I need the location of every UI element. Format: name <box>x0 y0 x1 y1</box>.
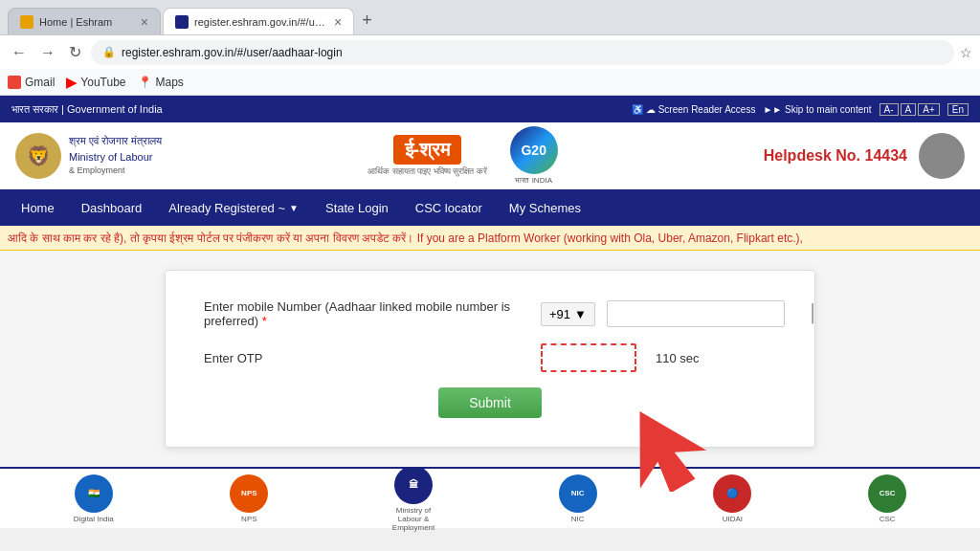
tab-bar: Home | Eshram × register.eshram.gov.in/#… <box>0 0 980 34</box>
otp-input[interactable] <box>541 343 636 372</box>
otp-row: Enter OTP 110 sec <box>204 343 776 372</box>
government-emblem: 🦁 <box>15 133 61 179</box>
country-code: +91 ▼ <box>541 302 595 326</box>
ministry-footer-text: Ministry of Labour & Employment <box>385 506 442 532</box>
otp-label: Enter OTP <box>204 351 529 365</box>
text-size-buttons: A- A A+ <box>880 103 940 116</box>
site-header: 🦁 श्रम एवं रोजगार मंत्रालय Ministry of L… <box>0 122 980 189</box>
g20-circle: G20 <box>510 126 558 174</box>
tab1-title: Home | Eshram <box>39 16 112 28</box>
bookmark-button[interactable]: ☆ <box>960 45 972 60</box>
eshram-name-text: ई-श्रम <box>405 139 451 160</box>
bookmark-gmail[interactable]: Gmail <box>8 76 55 89</box>
screen-reader-link[interactable]: ♿ ☁ Screen Reader Access <box>632 104 756 115</box>
bookmark-youtube[interactable]: ▶ YouTube <box>66 75 125 90</box>
tab2-title: register.eshram.gov.in/#/user... <box>194 16 328 28</box>
uidai-icon: 🔵 <box>713 474 751 513</box>
tab1-favicon <box>20 15 33 29</box>
govt-text: भारत सरकार | Government of India <box>11 103 163 116</box>
new-tab-button[interactable]: + <box>356 11 378 31</box>
skip-content-link[interactable]: ►► Skip to main content <box>763 104 871 115</box>
svg-marker-0 <box>607 396 716 492</box>
marquee-text: आदि के साथ काम कर रहे है), तो कृपया ईश्र… <box>8 231 803 245</box>
g20-tagline: भारत INDIA <box>515 176 552 186</box>
footer-logos: 🇮🇳 Digital India NPS NPS 🏛 Ministry of L… <box>0 467 980 528</box>
eshram-logo: ई-श्रम आर्थिक सहायता पाइए भविष्य सुरक्षि… <box>368 135 487 177</box>
text-size-normal[interactable]: A <box>901 103 917 116</box>
nav-home[interactable]: Home <box>8 189 68 226</box>
tab-1[interactable]: Home | Eshram × <box>8 8 161 34</box>
utility-right: ♿ ☁ Screen Reader Access ►► Skip to main… <box>632 103 969 116</box>
ministry-hindi: श्रम एवं रोजगार मंत्रालय <box>69 133 162 149</box>
nav-state-login[interactable]: State Login <box>312 189 402 226</box>
text-size-large[interactable]: A+ <box>918 103 940 116</box>
tab1-close[interactable]: × <box>141 14 148 30</box>
nic-icon: NIC <box>559 474 597 513</box>
screen-reader-icon: ♿ <box>632 104 643 115</box>
digital-india-text: Digital India <box>74 515 114 523</box>
required-indicator: * <box>262 314 267 328</box>
submit-button[interactable]: Submit <box>438 387 542 418</box>
scroll-indicator: ▕ <box>800 303 813 324</box>
mobile-number-row: Enter mobile Number (Aadhaar linked mobi… <box>204 299 776 328</box>
mobile-label: Enter mobile Number (Aadhaar linked mobi… <box>204 299 529 328</box>
otp-timer: 110 sec <box>656 351 700 365</box>
footer-logo-ministry: 🏛 Ministry of Labour & Employment <box>385 466 442 532</box>
back-button[interactable]: ← <box>8 42 31 63</box>
main-content: Enter mobile Number (Aadhaar linked mobi… <box>0 251 980 467</box>
youtube-label: YouTube <box>80 76 125 89</box>
g20-text: G20 <box>521 143 546 158</box>
helpdesk-number: Helpdesk No. 14434 <box>764 147 907 165</box>
ministry-english1: Ministry of Labour <box>69 149 162 165</box>
eshram-tagline: आर्थिक सहायता पाइए भविष्य सुरक्षित करें <box>368 166 487 177</box>
bookmark-maps[interactable]: 📍 Maps <box>138 76 184 89</box>
youtube-icon: ▶ <box>66 75 77 90</box>
emblem-icon: 🦁 <box>27 144 51 167</box>
tab-2[interactable]: register.eshram.gov.in/#/user... × <box>163 8 354 34</box>
bookmarks-bar: Gmail ▶ YouTube 📍 Maps <box>0 69 980 96</box>
maps-label: Maps <box>156 76 184 89</box>
footer-logo-digital-india: 🇮🇳 Digital India <box>74 474 114 523</box>
uidai-text: UIDAI <box>723 515 743 523</box>
nav-already-registered[interactable]: Already Registered ~ ▼ <box>155 189 312 226</box>
arrow-overlay <box>604 396 719 495</box>
tab2-favicon <box>175 15 189 29</box>
nps-text: NPS <box>241 515 256 523</box>
nps-icon: NPS <box>230 474 268 513</box>
gmail-label: Gmail <box>25 76 55 89</box>
avatar <box>919 133 965 179</box>
maps-icon: 📍 <box>138 76 152 89</box>
text-size-small[interactable]: A- <box>880 103 899 116</box>
url-text: register.eshram.gov.in/#/user/aadhaar-lo… <box>122 46 943 59</box>
refresh-button[interactable]: ↻ <box>65 41 85 63</box>
language-button[interactable]: En <box>947 103 969 116</box>
forward-button[interactable]: → <box>36 42 59 63</box>
footer-logo-csc: CSC CSC <box>868 474 906 523</box>
mobile-input[interactable] <box>607 300 785 327</box>
nav-my-schemes[interactable]: My Schemes <box>496 189 594 226</box>
csc-icon: CSC <box>868 474 906 513</box>
ministry-info: श्रम एवं रोजगार मंत्रालय Ministry of Lab… <box>69 133 162 178</box>
nic-text: NIC <box>571 515 585 523</box>
csc-text: CSC <box>880 515 896 523</box>
red-arrow-svg <box>604 396 719 492</box>
address-bar[interactable]: 🔒 register.eshram.gov.in/#/user/aadhaar-… <box>91 40 954 65</box>
ministry-english2: & Employment <box>69 165 162 178</box>
eshram-brand: ई-श्रम <box>393 135 462 165</box>
submit-row: Submit <box>204 387 776 418</box>
g20-logo: G20 भारत INDIA <box>510 126 558 186</box>
nav-csc-locator[interactable]: CSC locator <box>402 189 496 226</box>
form-card: Enter mobile Number (Aadhaar linked mobi… <box>165 270 815 448</box>
footer-logo-nic: NIC NIC <box>559 474 597 523</box>
utility-bar: भारत सरकार | Government of India ♿ ☁ Scr… <box>0 96 980 122</box>
tab2-close[interactable]: × <box>334 14 342 30</box>
footer-logo-uidai: 🔵 UIDAI <box>713 474 751 523</box>
header-center: ई-श्रम आर्थिक सहायता पाइए भविष्य सुरक्षि… <box>162 126 764 186</box>
country-code-dropdown[interactable]: ▼ <box>574 307 587 321</box>
footer-logo-nps: NPS NPS <box>230 474 268 523</box>
page-content: भारत सरकार | Government of India ♿ ☁ Scr… <box>0 96 980 528</box>
nav-bar: Home Dashboard Already Registered ~ ▼ St… <box>0 189 980 226</box>
nav-dashboard[interactable]: Dashboard <box>68 189 156 226</box>
govt-label: भारत सरकार | Government of India <box>11 103 163 116</box>
header-left: 🦁 श्रम एवं रोजगार मंत्रालय Ministry of L… <box>15 133 162 179</box>
